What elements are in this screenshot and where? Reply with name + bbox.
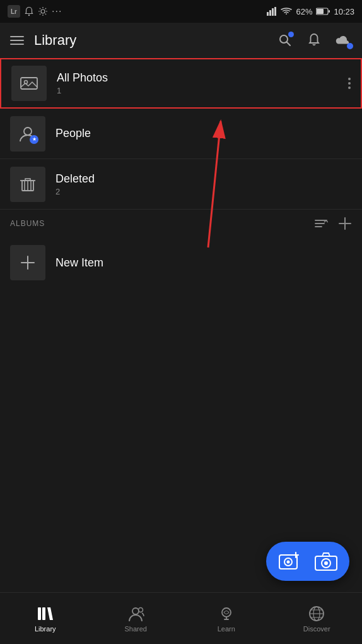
add-photo-icon xyxy=(278,551,301,571)
svg-rect-15 xyxy=(317,9,324,14)
svg-rect-12 xyxy=(272,8,274,16)
tab-shared-label: Shared xyxy=(125,625,147,633)
deleted-item[interactable]: Deleted 2 xyxy=(0,159,362,210)
svg-point-0 xyxy=(28,15,30,16)
all-photos-title: All Photos xyxy=(57,71,348,85)
notification-bell-status xyxy=(24,6,34,16)
notification-button[interactable] xyxy=(305,32,323,49)
battery-icon xyxy=(316,8,330,15)
svg-rect-11 xyxy=(269,10,271,16)
tab-discover[interactable]: Discover xyxy=(272,593,363,644)
deleted-icon-box xyxy=(10,167,45,202)
all-photos-icon xyxy=(11,66,47,101)
cloud-sync-dot xyxy=(347,43,353,49)
svg-point-48 xyxy=(222,608,231,617)
learn-icon xyxy=(218,605,235,623)
people-icon-box xyxy=(10,116,45,152)
people-item[interactable]: People xyxy=(0,109,362,159)
svg-line-18 xyxy=(287,42,291,46)
status-bar: Lr ··· 62% xyxy=(0,0,362,23)
add-photo-fab-button[interactable] xyxy=(276,548,303,575)
all-photos-more-button[interactable] xyxy=(348,78,351,89)
svg-line-6 xyxy=(40,8,40,9)
tab-library[interactable]: Library xyxy=(0,593,91,644)
all-photos-count: 1 xyxy=(57,86,348,95)
tab-learn-label: Learn xyxy=(218,625,235,633)
shared-icon xyxy=(127,605,144,623)
svg-rect-19 xyxy=(21,78,37,89)
bell-icon xyxy=(307,33,322,48)
tab-learn[interactable]: Learn xyxy=(181,593,272,644)
top-nav: Library xyxy=(0,23,362,58)
status-more-dots: ··· xyxy=(52,6,62,17)
sun-icon-status xyxy=(38,6,48,16)
new-item-plus-icon xyxy=(20,255,35,270)
battery-text: 62% xyxy=(296,7,312,16)
all-photos-text: All Photos 1 xyxy=(57,71,348,95)
svg-point-38 xyxy=(287,561,290,564)
deleted-title: Deleted xyxy=(55,172,352,186)
nav-title: Library xyxy=(34,32,266,49)
new-item-label: New Item xyxy=(55,256,103,270)
svg-rect-16 xyxy=(329,10,330,13)
shared-tab-icon xyxy=(127,605,144,623)
sim-icon xyxy=(267,7,277,16)
people-badge xyxy=(18,125,37,143)
camera-icon xyxy=(315,552,337,571)
status-right: 62% 10:23 xyxy=(267,7,354,16)
svg-rect-10 xyxy=(267,12,269,16)
fab-container xyxy=(266,542,349,581)
search-button[interactable] xyxy=(276,32,294,49)
albums-add-button[interactable] xyxy=(338,217,352,230)
svg-point-46 xyxy=(132,608,139,614)
discover-icon xyxy=(308,605,325,623)
people-text: People xyxy=(55,127,352,140)
tab-library-label: Library xyxy=(35,625,56,633)
albums-sort-button[interactable] xyxy=(314,218,328,229)
library-tab-icon xyxy=(37,605,54,623)
nav-actions xyxy=(276,32,352,49)
svg-line-7 xyxy=(45,14,46,15)
learn-tab-icon xyxy=(218,605,235,623)
search-badge xyxy=(288,32,294,37)
hamburger-menu-button[interactable] xyxy=(10,36,24,45)
svg-rect-13 xyxy=(274,7,276,16)
deleted-count: 2 xyxy=(55,187,352,196)
time: 10:23 xyxy=(334,7,354,16)
trash-icon xyxy=(19,176,37,193)
people-star-badge xyxy=(30,135,38,144)
wifi-icon xyxy=(281,7,292,16)
deleted-text: Deleted 2 xyxy=(55,172,352,196)
svg-line-8 xyxy=(40,14,40,15)
svg-point-23 xyxy=(24,128,32,135)
new-item-icon-box xyxy=(10,245,45,280)
svg-point-1 xyxy=(41,9,45,13)
people-title: People xyxy=(55,127,352,140)
lr-app-icon: Lr xyxy=(8,5,20,18)
plus-icon xyxy=(338,217,352,230)
discover-tab-icon xyxy=(308,605,325,623)
photo-icon xyxy=(20,75,38,92)
tab-shared[interactable]: Shared xyxy=(91,593,182,644)
all-photos-item[interactable]: All Photos 1 xyxy=(0,58,362,109)
albums-actions xyxy=(314,217,352,230)
svg-rect-44 xyxy=(38,607,41,620)
status-left: Lr ··· xyxy=(8,5,62,18)
svg-point-43 xyxy=(324,561,328,565)
cloud-button[interactable] xyxy=(334,32,352,49)
camera-fab-button[interactable] xyxy=(313,548,339,575)
svg-rect-45 xyxy=(42,607,45,620)
sort-icon xyxy=(314,218,328,229)
albums-header: ALBUMS xyxy=(0,210,362,237)
new-item-row[interactable]: New Item xyxy=(0,237,362,288)
albums-label: ALBUMS xyxy=(10,219,314,228)
tab-discover-label: Discover xyxy=(303,625,330,633)
bottom-nav: Library Shared Learn xyxy=(0,592,362,644)
library-icon xyxy=(37,605,54,623)
svg-line-9 xyxy=(45,8,46,9)
